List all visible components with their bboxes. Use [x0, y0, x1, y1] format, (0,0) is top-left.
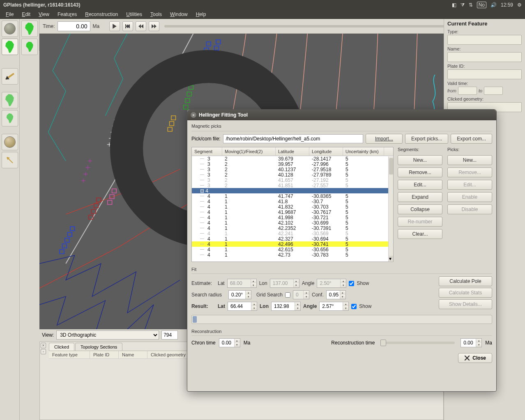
table-row[interactable]: 4142.615-30.6565 — [192, 247, 393, 252]
tool-clone-feature[interactable] — [21, 39, 38, 55]
table-row[interactable]: 4142.327-30.6945 — [192, 236, 393, 241]
plate-id-field — [447, 69, 522, 79]
zoom-percent-input[interactable] — [161, 330, 178, 340]
tool-column-a — [0, 19, 20, 420]
keyboard-indicator[interactable]: No — [477, 2, 486, 8]
pick-new-button[interactable]: New... — [447, 155, 492, 165]
pick-enable-button[interactable]: Enable — [447, 192, 492, 202]
tool-globe-drag[interactable] — [2, 21, 18, 37]
table-row[interactable]: 3241.657-27.1925 — [192, 177, 393, 183]
pick-remove-button[interactable]: Remove... — [447, 168, 492, 177]
pickfile-label: Pick/com file: — [191, 136, 221, 142]
seg-collapse-button[interactable]: Collapse — [398, 204, 442, 214]
table-row[interactable]: 4142.73-30.7835 — [192, 252, 393, 257]
menu-window[interactable]: Window — [166, 11, 192, 18]
res-show-check[interactable] — [351, 304, 357, 309]
table-row[interactable]: 3239.679-28.14175 — [192, 156, 393, 161]
display-indicator-icon[interactable]: ◧ — [452, 2, 456, 8]
table-row[interactable]: 4141.832-30.7035 — [192, 204, 393, 209]
table-row[interactable]: 4141.8-30.75 — [192, 199, 393, 204]
menu-tools[interactable]: Tools — [146, 11, 166, 18]
table-row[interactable]: 3241.851-27.5575 — [192, 183, 393, 188]
est-show-check[interactable] — [349, 281, 354, 286]
menu-reconstruction[interactable]: Reconstruction — [81, 11, 122, 18]
grid-search-check[interactable] — [285, 292, 290, 298]
valid-from-field — [458, 87, 477, 95]
table-row[interactable]: 4141.9687-30.76175 — [192, 209, 393, 215]
dialog-close-icon[interactable]: × — [191, 112, 196, 118]
table-row[interactable]: 4142.102-30.6995 — [192, 220, 393, 225]
table-row[interactable]: 4142.2352-30.73915 — [192, 225, 393, 231]
menu-edit[interactable]: Edit — [18, 11, 35, 18]
tool-split-feature[interactable] — [2, 110, 18, 126]
tab-clicked[interactable]: Clicked — [49, 343, 74, 351]
time-input[interactable] — [58, 21, 90, 31]
seg-expand-button[interactable]: Expand — [398, 192, 442, 202]
export-com-button[interactable]: Export com... — [451, 134, 492, 144]
tool-select-feature[interactable] — [2, 39, 18, 55]
table-scrollbar[interactable]: ▾ — [388, 156, 393, 262]
calculate-pole-button[interactable]: Calculate Pole — [439, 276, 492, 286]
seg-remove-button[interactable]: Remove... — [398, 168, 442, 177]
menu-bar: File Edit View Features Reconstruction U… — [0, 10, 525, 19]
seg-edit-button[interactable]: Edit... — [398, 180, 442, 190]
export-picks-button[interactable]: Export picks... — [405, 134, 448, 144]
menu-utilities[interactable]: Utilities — [122, 11, 146, 18]
calculate-stats-button[interactable]: Calculate Stats — [439, 288, 492, 298]
table-row[interactable]: ⊟ 4 — [192, 188, 393, 193]
pick-disable-button[interactable]: Disable — [447, 204, 492, 214]
menu-help[interactable]: Help — [192, 11, 210, 18]
show-details-button[interactable]: Show Details... — [439, 299, 492, 309]
tool-digitise-polyline[interactable] — [2, 68, 18, 85]
menu-features[interactable]: Features — [53, 11, 81, 18]
time-unit: Ma — [93, 23, 100, 29]
settings-gear-icon[interactable]: ⚙ — [517, 2, 522, 8]
pick-edit-button[interactable]: Edit... — [447, 180, 492, 190]
table-row[interactable]: 4142.241-30.5695 — [192, 231, 393, 236]
fit-progress-bar — [191, 315, 492, 324]
close-button[interactable]: Close — [458, 353, 492, 363]
import-button[interactable]: Import... — [366, 134, 403, 144]
network-indicator-icon[interactable]: ⇅ — [469, 2, 473, 8]
tab-topology-sections[interactable]: Topology Sections — [75, 343, 122, 351]
step-forward-button[interactable] — [149, 21, 159, 31]
menu-file[interactable]: File — [2, 11, 18, 18]
table-row[interactable]: 3240.1237-27.95185 — [192, 167, 393, 172]
rewind-start-button[interactable] — [122, 21, 133, 31]
window-title: GPlates (hellinger, r16140:16143) — [3, 2, 80, 8]
time-label: Time: — [43, 23, 55, 29]
projection-select[interactable]: 3D Orthographic — [56, 330, 159, 340]
seg-renumber-button[interactable]: Re-number — [398, 217, 442, 227]
menu-view[interactable]: View — [35, 11, 53, 18]
table-row[interactable]: 4142.496-30.7415 — [192, 241, 393, 247]
dialog-title: Hellinger Fitting Tool — [199, 112, 248, 118]
panel-detach-icon[interactable]: ▫ — [41, 349, 46, 354]
tool-move-vertex[interactable] — [2, 92, 18, 108]
tool-choose-feature[interactable] — [21, 21, 38, 37]
tool-small-circle[interactable] — [2, 134, 18, 150]
seg-clear-button[interactable]: Clear... — [398, 229, 442, 239]
tool-column-b — [20, 19, 39, 51]
clock[interactable]: 12:59 — [501, 2, 513, 8]
current-feature-title: Current Feature — [447, 21, 522, 27]
sound-indicator-icon[interactable]: 🔊 — [490, 2, 497, 8]
seg-new-button[interactable]: New... — [398, 155, 442, 165]
table-row[interactable]: 4141.747-30.83655 — [192, 193, 393, 199]
recon-time-slider[interactable] — [380, 342, 455, 344]
table-row[interactable]: 3240.128-27.97895 — [192, 172, 393, 177]
table-row[interactable]: 3239.957-27.9965 — [192, 161, 393, 167]
tool-hellinger[interactable] — [2, 152, 18, 168]
picks-table[interactable]: Segment Moving(1)/Fixed(2) Latitude Long… — [191, 147, 394, 262]
dialog-titlebar[interactable]: × Hellinger Fitting Tool — [187, 110, 496, 120]
dropbox-indicator-icon[interactable]: ⧩ — [461, 2, 465, 8]
table-row[interactable]: 4141.998-30.7215 — [192, 215, 393, 220]
close-icon — [464, 355, 470, 361]
pickfile-input[interactable] — [223, 134, 363, 143]
feature-type-field — [447, 35, 522, 45]
step-back-button[interactable] — [136, 21, 146, 31]
panel-close-icon[interactable]: × — [41, 343, 46, 348]
magnetic-picks-label: Magnetic picks — [191, 124, 492, 129]
play-button[interactable] — [109, 21, 120, 31]
system-titlebar: GPlates (hellinger, r16140:16143) ◧ ⧩ ⇅ … — [0, 0, 525, 10]
view-label: View: — [42, 332, 54, 338]
